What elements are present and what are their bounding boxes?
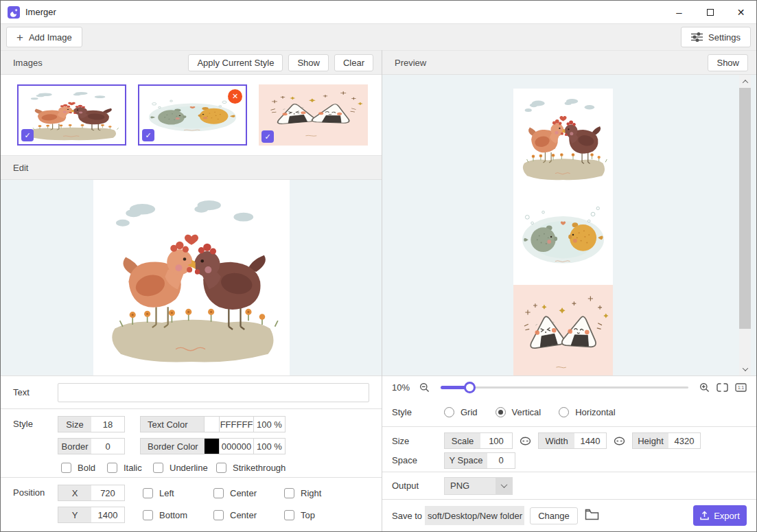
align-left-checkbox[interactable]: Left — [143, 488, 196, 498]
svg-text:1:1: 1:1 — [738, 385, 744, 390]
link-width-height-icon[interactable] — [614, 437, 625, 446]
style-horizontal-radio[interactable]: Horizontal — [559, 407, 616, 417]
text-color-swatch[interactable] — [204, 417, 219, 432]
edit-image-chickens[interactable] — [93, 180, 290, 375]
text-input[interactable] — [58, 383, 369, 402]
underline-checkbox-box[interactable] — [153, 463, 163, 473]
preview-image-pufferfish — [513, 187, 613, 285]
position-y-input[interactable] — [91, 507, 124, 522]
settings-sliders-icon — [691, 32, 703, 42]
scale-input[interactable] — [480, 433, 512, 448]
border-color-hex-input[interactable] — [219, 439, 253, 454]
dropdown-caret[interactable] — [496, 478, 512, 494]
align-hcenter-checkbox[interactable]: Center — [213, 488, 266, 498]
space-label: Space — [392, 455, 444, 465]
output-format-dropdown[interactable]: PNG — [444, 477, 513, 495]
align-right-checkbox[interactable]: Right — [284, 488, 337, 498]
thumbnail-remove-icon[interactable]: ✕ — [228, 89, 242, 104]
border-width-field: Border — [58, 438, 125, 454]
align-top-checkbox[interactable]: Top — [284, 510, 337, 520]
text-color-hex-input[interactable] — [219, 417, 253, 432]
output-label: Output — [392, 481, 444, 491]
align-vcenter-box[interactable] — [213, 510, 224, 520]
add-image-button[interactable]: + Add Image — [6, 27, 82, 47]
align-vcenter-checkbox[interactable]: Center — [213, 510, 266, 520]
strikethrough-checkbox[interactable]: Strikethrough — [216, 463, 286, 473]
border-color-swatch[interactable] — [204, 439, 219, 454]
save-path-field[interactable]: soft/Desktop/New folder — [425, 506, 524, 525]
edit-title: Edit — [13, 163, 28, 173]
output-size-label: Size — [392, 436, 444, 446]
italic-checkbox[interactable]: Italic — [107, 463, 153, 473]
horizontal-radio-circle[interactable] — [559, 407, 569, 417]
zoom-level: 10% — [392, 382, 412, 393]
strikethrough-checkbox-box[interactable] — [216, 463, 226, 473]
width-input[interactable] — [574, 433, 606, 448]
align-bottom-box[interactable] — [143, 510, 153, 520]
preview-scrollbar[interactable] — [739, 75, 751, 375]
scrollbar-thumb[interactable] — [739, 88, 751, 329]
thumbnail-pufferfish[interactable]: ✕ ✓ — [138, 84, 247, 146]
scroll-down-icon[interactable] — [739, 362, 751, 375]
italic-checkbox-box[interactable] — [107, 463, 117, 473]
position-x-input[interactable] — [91, 485, 124, 500]
zoom-out-icon[interactable] — [419, 382, 430, 393]
actual-size-icon[interactable]: 1:1 — [735, 383, 747, 392]
grid-radio-circle[interactable] — [444, 407, 454, 417]
text-color-opacity[interactable]: 100 % — [253, 417, 285, 432]
thumbnail-chickens[interactable]: ✓ — [17, 84, 126, 146]
border-color-opacity[interactable]: 100 % — [253, 439, 285, 454]
height-input[interactable] — [668, 433, 700, 448]
left-panel: Images Apply Current Style Show Clear ✓ … — [1, 50, 382, 531]
titlebar: Imerger – ✕ — [1, 1, 756, 23]
border-width-input[interactable] — [91, 439, 124, 454]
align-hcenter-box[interactable] — [213, 488, 224, 498]
thumbnail-onigiri[interactable]: ✓ — [259, 84, 368, 146]
font-size-input[interactable] — [91, 417, 124, 432]
fit-screen-icon[interactable] — [717, 383, 728, 392]
minimize-button[interactable]: – — [664, 1, 695, 23]
preview-image-chickens — [513, 89, 613, 187]
align-left-box[interactable] — [143, 488, 153, 498]
change-path-button[interactable]: Change — [530, 507, 578, 524]
zoom-slider-track[interactable] — [441, 386, 688, 389]
align-right-box[interactable] — [284, 488, 294, 498]
width-field-label: Width — [539, 433, 574, 448]
export-button[interactable]: Export — [693, 505, 747, 526]
zoom-in-icon[interactable] — [699, 382, 710, 393]
app-window: Imerger – ✕ + Add Image Settings — [0, 0, 757, 532]
vertical-radio-circle[interactable] — [496, 407, 506, 417]
scroll-up-icon[interactable] — [739, 75, 751, 88]
style-vertical-radio[interactable]: Vertical — [496, 407, 541, 417]
edit-canvas[interactable] — [1, 180, 382, 375]
align-top-box[interactable] — [284, 510, 294, 520]
settings-button[interactable]: Settings — [681, 27, 751, 47]
close-button[interactable]: ✕ — [725, 1, 756, 23]
images-title: Images — [13, 58, 43, 68]
underline-checkbox[interactable]: Underline — [153, 463, 216, 473]
thumbnail-onigiri-checkbox[interactable]: ✓ — [261, 130, 274, 143]
bold-checkbox[interactable]: Bold — [61, 463, 107, 473]
images-show-button[interactable]: Show — [288, 54, 329, 71]
zoom-bar: 10% — [382, 375, 756, 398]
style-grid-radio[interactable]: Grid — [444, 407, 478, 417]
preview-viewport[interactable] — [382, 75, 756, 375]
plus-icon: + — [16, 32, 23, 43]
zoom-slider[interactable] — [441, 382, 688, 393]
images-clear-button[interactable]: Clear — [334, 54, 373, 71]
link-scale-width-icon[interactable] — [520, 437, 531, 446]
open-folder-icon[interactable] — [585, 509, 599, 522]
thumbnail-chickens-checkbox[interactable]: ✓ — [21, 129, 34, 141]
bold-checkbox-box[interactable] — [61, 463, 71, 473]
align-bottom-checkbox[interactable]: Bottom — [143, 510, 196, 520]
thumbnail-pufferfish-checkbox[interactable]: ✓ — [142, 129, 154, 141]
zoom-slider-thumb[interactable] — [464, 382, 476, 393]
chevron-down-icon — [500, 481, 507, 488]
preview-show-button[interactable]: Show — [708, 54, 748, 71]
position-x-field: X — [58, 485, 125, 501]
maximize-button[interactable] — [695, 1, 725, 23]
apply-current-style-button[interactable]: Apply Current Style — [188, 54, 283, 71]
images-section-header: Images Apply Current Style Show Clear — [1, 50, 382, 75]
height-field: Height — [632, 432, 701, 449]
y-space-input[interactable] — [487, 453, 515, 468]
